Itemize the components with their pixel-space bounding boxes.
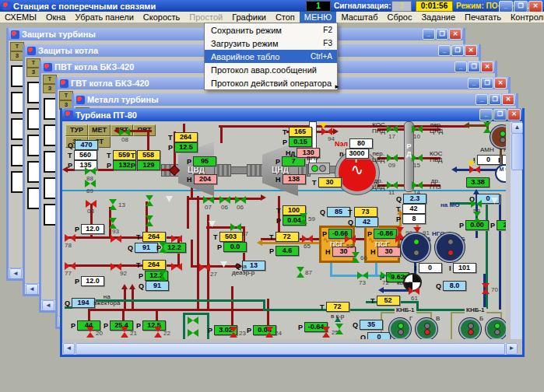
dropdown-item-3[interactable]: Аварийное таблоCtrl+A [205,50,337,63]
mo-device[interactable]: М О [495,164,506,183]
valve-15[interactable] [412,154,423,162]
minimize-button[interactable]: _ [423,29,435,40]
valve-20[interactable] [86,327,94,338]
vpu-device[interactable] [308,163,330,174]
restore-button[interactable]: ❐ [514,1,528,12]
valve-07[interactable] [203,196,214,204]
valve-25[interactable] [322,327,330,338]
valve[interactable] [188,317,198,324]
scroll-thumb[interactable] [511,133,523,170]
pump-2[interactable] [435,233,465,262]
valve-09[interactable] [387,154,398,162]
menu-item-1[interactable]: СХЕМЫ [0,12,41,23]
turbine-window-titlebar[interactable]: Турбина ПТ-80 _ ❐ ✕ [62,108,522,121]
close-button[interactable]: ✕ [502,94,514,105]
scroll-left-button[interactable]: ◄ [26,284,38,294]
pump-3[interactable] [389,318,411,339]
valve-94[interactable] [321,128,332,135]
valve-66[interactable] [352,252,360,263]
valve-93[interactable] [111,235,121,243]
minimize-button[interactable]: _ [438,45,451,56]
minimize-button[interactable]: _ [455,61,467,72]
valve-17[interactable] [230,223,241,231]
scroll-left-button[interactable]: ◄ [42,300,54,310]
maximize-button[interactable]: ❐ [489,94,501,105]
maximize-button[interactable]: ❐ [436,29,448,40]
vertical-scrollbar[interactable]: ▲ [511,121,522,339]
valve-88[interactable] [85,167,96,175]
menu-item-7[interactable]: Стоп [271,12,300,23]
valve-08[interactable] [119,128,130,136]
valve-59[interactable] [300,213,307,224]
close-button[interactable]: ✕ [494,78,507,89]
valve-53[interactable] [471,200,482,208]
menu-item-8[interactable]: МЕНЮ [300,12,337,23]
close-button[interactable]: ✕ [465,45,477,56]
menu-item-5[interactable]: Простой [184,12,227,23]
valve[interactable] [146,195,153,206]
maximize-button[interactable]: ❐ [493,109,507,121]
valve-77[interactable] [65,262,75,270]
valve-24[interactable] [265,327,273,338]
menu-item-3[interactable]: Убрать панели [70,12,138,23]
valve[interactable] [473,212,481,222]
maximize-button[interactable]: ❐ [468,61,480,72]
valve-17[interactable] [387,125,398,133]
valve-87[interactable] [297,267,304,278]
minimize-button[interactable]: _ [499,1,513,12]
menu-item-12[interactable]: Печатать [460,12,506,23]
valve-65[interactable] [302,235,313,243]
valve-70[interactable] [482,283,490,294]
valve-73[interactable] [357,271,368,279]
valve-06[interactable] [219,196,230,204]
valve-72[interactable] [381,271,391,279]
dropdown-item-2[interactable]: Загрузить режимF3 [205,37,337,50]
valve-03[interactable] [86,200,97,208]
close-button[interactable]: ✕ [449,29,462,40]
horizontal-scrollbar[interactable]: ◄ ► [62,343,518,355]
minimize-button[interactable]: _ [479,109,493,121]
valve-11[interactable] [387,181,398,189]
valve-90[interactable] [396,227,404,238]
pump-6[interactable] [486,318,506,339]
valve[interactable] [335,324,343,334]
valve-13[interactable] [109,199,117,210]
tab-тур[interactable]: ТУР [65,124,88,136]
dropdown-item-5[interactable]: Протокол действий оператора► [205,76,337,89]
pump-1[interactable] [401,233,430,262]
scroll-thumb[interactable] [75,343,505,355]
bleed-valve[interactable] [166,196,173,202]
turbine-window[interactable]: Турбина ПТ-80 _ ❐ ✕ ЦВД ЦНД Г∿ Р Д ∿∿∿ПС… [60,108,525,357]
scroll-left-button[interactable]: ◄ [63,343,75,355]
pump-7[interactable] [490,125,506,149]
scroll-left-button[interactable]: ◄ [9,268,22,278]
valve-27[interactable] [199,264,210,271]
valve[interactable] [109,218,117,229]
valve-61[interactable] [409,287,419,295]
menu-item-9[interactable]: Масштаб [336,12,382,23]
menu-item-2[interactable]: Окна [41,12,71,23]
menu-item-11[interactable]: Задание [416,12,460,23]
close-button[interactable]: ✕ [507,109,521,121]
valve-10[interactable] [412,125,423,133]
valve-06[interactable] [235,196,246,204]
valve[interactable] [159,242,167,253]
valve-21[interactable] [121,327,128,338]
tab-мет[interactable]: МЕТ [88,124,111,136]
maximize-button[interactable]: ❐ [481,78,493,89]
menu-item-10[interactable]: Сброс [382,12,416,23]
valve[interactable] [159,270,167,281]
valve[interactable] [469,166,480,173]
valve-22[interactable] [154,327,162,338]
valve-23[interactable] [230,327,237,338]
dropdown-item-4[interactable]: Протокол авар.сообщений [205,63,337,76]
scroll-right-button[interactable]: ► [506,343,518,355]
valve[interactable] [146,215,153,226]
pump-4[interactable] [416,318,437,339]
close-button[interactable]: ✕ [481,61,493,72]
valve-58[interactable] [345,235,356,243]
close-button[interactable]: ✕ [528,1,542,12]
valve[interactable] [188,329,198,337]
valve[interactable] [483,122,491,133]
minimize-button[interactable]: _ [468,78,480,89]
